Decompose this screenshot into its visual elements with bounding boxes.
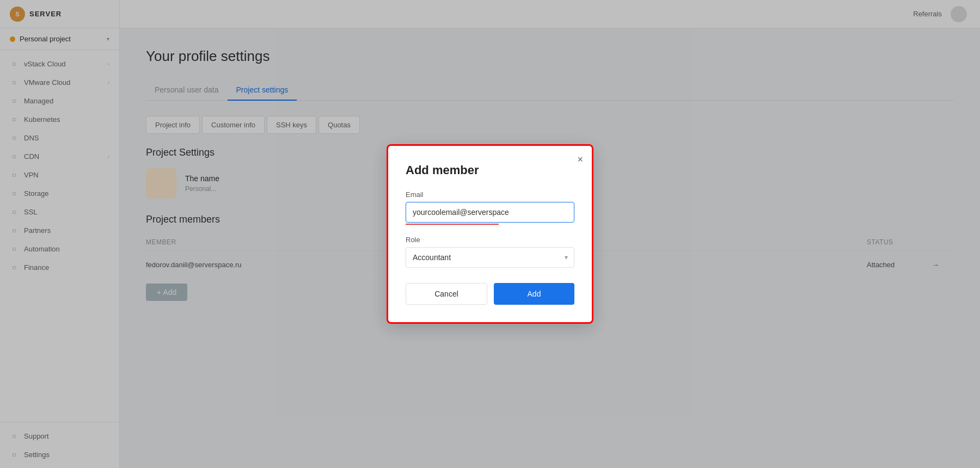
cancel-button[interactable]: Cancel (406, 283, 487, 305)
add-member-modal: × Add member Email Role OwnerAdminAccoun… (387, 144, 593, 324)
email-underline (406, 224, 499, 225)
email-field[interactable] (406, 202, 574, 223)
modal-title: Add member (406, 163, 574, 177)
role-label: Role (406, 236, 574, 244)
email-form-group: Email (406, 190, 574, 225)
modal-actions: Cancel Add (406, 283, 574, 305)
email-label: Email (406, 190, 574, 199)
role-form-group: Role OwnerAdminAccountantMember ▾ (406, 236, 574, 268)
modal-close-button[interactable]: × (577, 155, 583, 164)
modal-overlay: × Add member Email Role OwnerAdminAccoun… (0, 0, 980, 468)
role-select[interactable]: OwnerAdminAccountantMember (406, 247, 574, 268)
role-select-wrapper: OwnerAdminAccountantMember ▾ (406, 247, 574, 268)
add-button[interactable]: Add (494, 283, 574, 305)
